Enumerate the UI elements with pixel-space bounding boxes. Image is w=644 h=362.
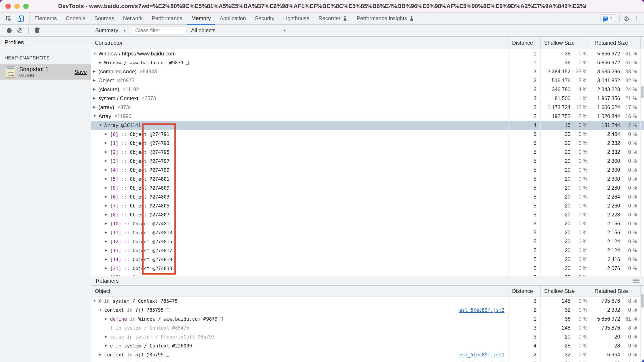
table-row[interactable]: ▶(array)×873421 173 72412 %1 606 62417 % (91, 103, 644, 112)
chevron-collapsed-icon[interactable]: ▶ (105, 132, 110, 136)
source-link[interactable]: esl_5fec89f.js:2 (459, 307, 508, 312)
chevron-collapsed-icon[interactable]: ▶ (105, 160, 110, 163)
column-header-constructor[interactable]: Constructor (91, 37, 508, 49)
tab-sources[interactable]: Sources (90, 12, 118, 24)
table-row[interactable]: ▶(compiled code)×5494333 384 15235 %3 63… (91, 67, 644, 76)
summary-scrollbar-thumb[interactable] (641, 86, 644, 98)
retainer-row[interactable]: f in system / Context @8547532480 %795 8… (91, 323, 644, 332)
column-header-retained-size[interactable]: Retained Size (590, 286, 640, 296)
chevron-collapsed-icon[interactable]: ▶ (105, 240, 110, 243)
close-window-button[interactable] (5, 4, 11, 9)
tab-elements[interactable]: Elements (30, 12, 61, 24)
tab-network[interactable]: Network (118, 12, 147, 24)
column-header-object[interactable]: Object (91, 286, 508, 296)
table-row[interactable]: ▶[7] :: Object @2748055200 %2 2600 % (91, 201, 644, 210)
source-link[interactable]: esl_5fec89f.js:15 (456, 361, 508, 362)
chevron-collapsed-icon[interactable]: ▶ (105, 142, 110, 145)
perspective-select[interactable]: Summary (95, 27, 118, 34)
retainer-row[interactable]: ▶context in () @85513esl_5fec89f.js:1533… (91, 359, 644, 362)
column-header-retained-size[interactable]: Retained Size (590, 37, 640, 49)
chevron-collapsed-icon[interactable]: ▶ (105, 150, 110, 154)
chevron-collapsed-icon[interactable]: ▶ (105, 222, 110, 226)
table-row[interactable]: ▶[4] :: Object @2747995200 %2 3000 % (91, 166, 644, 174)
save-snapshot-link[interactable]: Save (74, 69, 87, 75)
class-filter-input[interactable] (132, 26, 187, 35)
chevron-collapsed-icon[interactable]: ▶ (105, 186, 110, 190)
table-row[interactable]: ▶Window / www.baidu.com @98791360 %5 856… (91, 58, 644, 67)
table-row[interactable]: ▶[14] :: Object @2748195200 %2 1160 % (91, 255, 644, 264)
table-row[interactable]: ▶[15] :: Object5200 % (91, 273, 644, 276)
chevron-collapsed-icon[interactable]: ▶ (105, 195, 110, 198)
chevron-collapsed-icon[interactable]: ▶ (93, 70, 98, 73)
device-toolbar-icon[interactable] (18, 15, 24, 22)
table-row[interactable]: ▶system / Context×2573381 5001 %1 967 35… (91, 94, 644, 103)
column-header-shallow-size[interactable]: Shallow Size (540, 37, 590, 49)
minimize-window-button[interactable] (14, 4, 20, 9)
chevron-collapsed-icon[interactable]: ▶ (99, 61, 104, 64)
settings-gear-icon[interactable]: ⚙ (624, 15, 630, 22)
table-row[interactable]: ▶[10] :: Object @2748115200 %2 1560 % (91, 219, 644, 228)
table-row[interactable]: ▼Window / https://www.baidu.com1360 %5 8… (91, 49, 644, 58)
tab-lighthouse[interactable]: Lighthouse (278, 12, 314, 24)
chevron-collapsed-icon[interactable]: ▶ (105, 168, 110, 172)
chevron-collapsed-icon[interactable]: ▶ (93, 88, 98, 91)
table-row[interactable]: ▶[1] :: Object @2747935200 %2 3320 % (91, 139, 644, 148)
inspect-element-icon[interactable] (5, 15, 12, 22)
chevron-collapsed-icon[interactable]: ▶ (105, 231, 110, 234)
chevron-collapsed-icon[interactable]: ▶ (99, 353, 104, 356)
retainer-row[interactable]: ▼X in system / Context @8547532480 %795 … (91, 296, 644, 306)
chevron-collapsed-icon[interactable]: ▶ (105, 258, 110, 261)
table-row[interactable]: ▶[6] :: Object @2748035200 %2 2640 % (91, 192, 644, 201)
table-row[interactable]: ▶[2] :: Object @2747955200 %2 3320 % (91, 148, 644, 156)
chevron-collapsed-icon[interactable]: ▶ (93, 79, 98, 82)
table-row[interactable]: ▼Array @3011414160 %181 2442 % (91, 121, 644, 130)
chevron-collapsed-icon[interactable]: ▶ (105, 344, 110, 348)
table-row[interactable]: ▶[3] :: Object @2747975200 %2 3000 % (91, 156, 644, 166)
tab-memory[interactable]: Memory (187, 12, 215, 24)
chevron-expanded-icon[interactable]: ▼ (93, 52, 98, 56)
more-menu-icon[interactable]: ⋮ (634, 15, 640, 22)
table-row[interactable]: ▶[0] :: Object @2747915200 %2 4040 % (91, 130, 644, 139)
retainer-row[interactable]: ▶define in Window / www.baidu.com @98791… (91, 314, 644, 323)
chevron-collapsed-icon[interactable]: ▶ (105, 317, 110, 321)
table-row[interactable]: ▶Object×208752516 1765 %3 041 85232 % (91, 76, 644, 85)
sidebar-item-snapshot-1[interactable]: Snapshot 1 9.6 MB Save (0, 64, 91, 80)
record-heap-icon[interactable] (7, 28, 12, 33)
chevron-collapsed-icon[interactable]: ▶ (105, 335, 110, 338)
objects-scope-select[interactable]: All objects ▼ (191, 27, 286, 34)
retainers-scrollbar-thumb[interactable] (641, 294, 644, 308)
retainer-row[interactable]: ▶context in o() @85799esl_5fec89f.js:123… (91, 350, 644, 359)
chevron-expanded-icon[interactable]: ▼ (93, 300, 98, 303)
column-header-distance[interactable]: Distance (508, 37, 540, 49)
chevron-expanded-icon[interactable]: ▼ (99, 308, 104, 312)
table-row[interactable]: ▶(closure)×111922346 7804 %2 343 22824 % (91, 85, 644, 94)
retainer-row[interactable]: ▼context in f() @85795esl_5fec89f.js:223… (91, 306, 644, 314)
chevron-collapsed-icon[interactable]: ▶ (105, 213, 110, 216)
tab-console[interactable]: Console (61, 12, 90, 24)
table-row[interactable]: ▶[9] :: Object @2748095200 %2 2800 % (91, 183, 644, 192)
chevron-expanded-icon[interactable]: ▼ (93, 115, 98, 118)
drag-handle-icon[interactable] (633, 279, 640, 283)
delete-profile-icon[interactable] (34, 27, 40, 34)
table-row[interactable]: ▶[13] :: Object @2748175200 %2 1240 % (91, 246, 644, 255)
tab-application[interactable]: Application (215, 12, 250, 24)
column-header-shallow-size[interactable]: Shallow Size (540, 286, 590, 296)
tab-security[interactable]: Security (250, 12, 279, 24)
zoom-window-button[interactable] (23, 4, 28, 9)
source-link[interactable]: esl_5fec89f.js:1 (459, 352, 508, 357)
chevron-collapsed-icon[interactable]: ▶ (105, 276, 110, 276)
table-row[interactable]: ▼Array×119962192 7522 %1 520 84416 % (91, 112, 644, 121)
chevron-collapsed-icon[interactable]: ▶ (93, 106, 98, 109)
issues-badge[interactable]: 1 (600, 14, 615, 22)
clear-profiles-icon[interactable] (18, 28, 22, 33)
retainer-row[interactable]: ▶value in system / PropertyCell @8579332… (91, 332, 644, 341)
table-row[interactable]: ▶[5] :: Object @2748015200 %2 3000 % (91, 174, 644, 183)
chevron-collapsed-icon[interactable]: ▶ (105, 204, 110, 208)
table-row[interactable]: ▶[12] :: Object @2748155200 %2 1240 % (91, 237, 644, 246)
chevron-expanded-icon[interactable]: ▼ (99, 124, 104, 127)
tab-performance-insights[interactable]: Performance insights (352, 12, 418, 24)
column-header-distance[interactable]: Distance (508, 286, 540, 296)
table-row[interactable]: ▶[8] :: Object @2748075200 %2 2280 % (91, 210, 644, 219)
chevron-collapsed-icon[interactable]: ▶ (105, 249, 110, 252)
tab-performance[interactable]: Performance (147, 12, 187, 24)
